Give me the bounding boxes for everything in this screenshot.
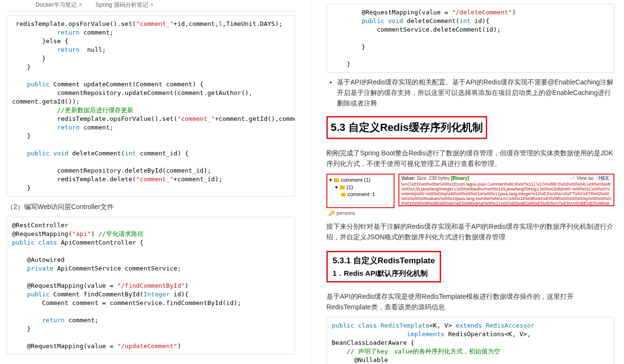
folder-icon	[340, 186, 345, 189]
tab-bar: Docker学习笔记× Spring 源码分析笔记×	[7, 0, 295, 12]
heading-5-3-1-box: 5.3.1 自定义RedisTemplate 1．Redis API默认序列化机…	[326, 251, 441, 282]
code-block-delete-controller: @RequestMapping(value = "/deleteComment"…	[326, 4, 614, 73]
para-intro-serialize: 接下来分别针对基于注解的Redis缓存实现和基于API的Redis缓存实现中的数…	[326, 221, 614, 242]
persons-node: 🔑 persons	[326, 210, 395, 216]
code-block-controller: @RestController @RequestMapping("api") /…	[7, 217, 295, 355]
tab-docker[interactable]: Docker学习笔记×	[36, 1, 82, 9]
redis-tree-box: ▾comment (1) ▾(1) comment::1	[326, 174, 395, 208]
key-icon	[341, 193, 346, 197]
bullet-list: 基于API的Redis缓存实现的相关配置。基于API的Redis缓存实现不需要@…	[337, 77, 614, 108]
para-controller-intro: （2）编写Web访问层Controller文件	[7, 201, 295, 212]
heading-api-default: 1．Redis API默认序列化机制	[333, 269, 435, 278]
redis-screenshot: ▾comment (1) ▾(1) comment::1 🔑 persons V…	[326, 174, 614, 216]
redis-binary-text: \xAC\xED\x00\x05sr\x00\x1Ecom.lagou.pojo…	[401, 182, 612, 206]
code-block-redistemplate: public class RedisTemplate<K, V> extends…	[326, 317, 614, 364]
bullet-api-config: 基于API的Redis缓存实现的相关配置。基于API的Redis缓存实现不需要@…	[337, 77, 614, 108]
heading-5-3: 5.3 自定义Redis缓存序列化机制	[331, 120, 483, 135]
tab-spring[interactable]: Spring 源码分析笔记×	[96, 1, 154, 9]
para-redis-template-intro: 基于API的Redis缓存实现是使用RedisTemplate模板进行数据缓存操…	[326, 291, 614, 312]
para-after-h2: 刚刚完成了Spring Boot整合Redis进行了数据的缓存管理，但缓存管理的…	[326, 148, 614, 169]
heading-5-3-1: 5.3.1 自定义RedisTemplate	[333, 255, 435, 266]
folder-icon	[334, 178, 339, 182]
redis-value-box: Value: Size: 238 bytes [Binary] 📄 View a…	[398, 174, 614, 206]
code-block-service: redisTemplate.opsForValue().set("comment…	[7, 15, 295, 197]
heading-5-3-box: 5.3 自定义Redis缓存序列化机制	[326, 116, 487, 139]
